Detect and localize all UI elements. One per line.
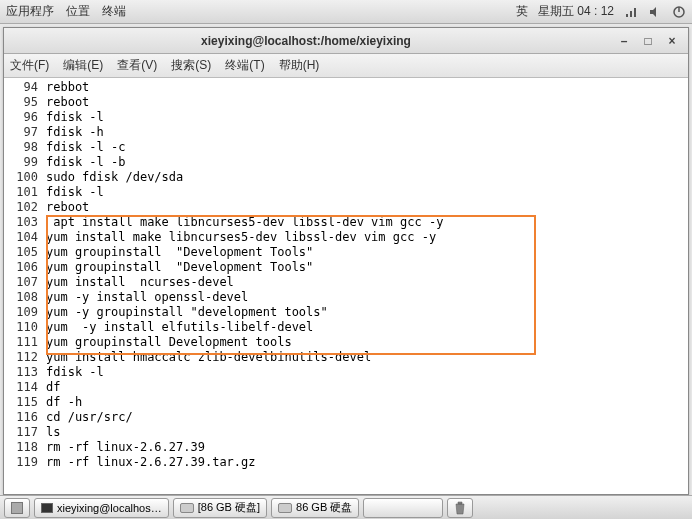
history-line: 109yum -y groupinstall "development tool… bbox=[4, 305, 688, 320]
menu-edit[interactable]: 编辑(E) bbox=[63, 57, 103, 74]
apps-menu[interactable]: 应用程序 bbox=[6, 3, 54, 20]
history-line: 108yum -y install openssl-devel bbox=[4, 290, 688, 305]
places-menu[interactable]: 位置 bbox=[66, 3, 90, 20]
taskbar: xieyixing@localhos… [86 GB 硬盘] 86 GB 硬盘 bbox=[0, 495, 692, 519]
line-text: fdisk -h bbox=[46, 125, 104, 139]
ime-indicator[interactable]: 英 bbox=[516, 3, 528, 20]
menu-terminal[interactable]: 终端(T) bbox=[225, 57, 264, 74]
svg-rect-1 bbox=[630, 11, 632, 17]
line-text: yum -y install openssl-devel bbox=[46, 290, 248, 304]
line-text: sudo fdisk /dev/sda bbox=[46, 170, 183, 184]
line-number: 98 bbox=[4, 140, 46, 155]
line-text: df -h bbox=[46, 395, 82, 409]
task-disk2[interactable]: 86 GB 硬盘 bbox=[271, 498, 359, 518]
history-line: 96fdisk -l bbox=[4, 110, 688, 125]
line-text: fdisk -l -b bbox=[46, 155, 125, 169]
line-number: 116 bbox=[4, 410, 46, 425]
workspace-switcher[interactable] bbox=[363, 498, 443, 518]
line-text: rebbot bbox=[46, 80, 89, 94]
trash-icon bbox=[454, 501, 466, 515]
line-number: 99 bbox=[4, 155, 46, 170]
history-line: 97fdisk -h bbox=[4, 125, 688, 140]
menu-search[interactable]: 搜索(S) bbox=[171, 57, 211, 74]
task-disk1[interactable]: [86 GB 硬盘] bbox=[173, 498, 267, 518]
power-icon[interactable] bbox=[672, 5, 686, 19]
maximize-button[interactable]: □ bbox=[642, 35, 654, 47]
line-text: yum -y install elfutils-libelf-devel bbox=[46, 320, 313, 334]
disk-icon bbox=[278, 503, 292, 513]
line-number: 101 bbox=[4, 185, 46, 200]
history-line: 104yum install make libncurses5-dev libs… bbox=[4, 230, 688, 245]
clock[interactable]: 星期五 04 : 12 bbox=[538, 3, 614, 20]
line-text: rm -rf linux-2.6.27.39 bbox=[46, 440, 205, 454]
history-line: 112yum install hmaccalc zlib-develbinuti… bbox=[4, 350, 688, 365]
history-line: 114df bbox=[4, 380, 688, 395]
line-text: fdisk -l -c bbox=[46, 140, 125, 154]
history-line: 105yum groupinstall "Development Tools" bbox=[4, 245, 688, 260]
line-text: reboot bbox=[46, 95, 89, 109]
line-number: 95 bbox=[4, 95, 46, 110]
history-line: 94rebbot bbox=[4, 80, 688, 95]
line-text: ls bbox=[46, 425, 60, 439]
line-number: 109 bbox=[4, 305, 46, 320]
trash-button[interactable] bbox=[447, 498, 473, 518]
terminal-menu[interactable]: 终端 bbox=[102, 3, 126, 20]
line-number: 102 bbox=[4, 200, 46, 215]
show-desktop-button[interactable] bbox=[4, 498, 30, 518]
line-number: 94 bbox=[4, 80, 46, 95]
titlebar[interactable]: xieyixing@localhost:/home/xieyixing – □ … bbox=[4, 28, 688, 54]
line-text: fdisk -l bbox=[46, 110, 104, 124]
line-number: 107 bbox=[4, 275, 46, 290]
history-line: 95reboot bbox=[4, 95, 688, 110]
line-number: 111 bbox=[4, 335, 46, 350]
minimize-button[interactable]: – bbox=[618, 35, 630, 47]
line-number: 104 bbox=[4, 230, 46, 245]
line-text: yum install make libncurses5-dev libssl-… bbox=[46, 230, 436, 244]
history-line: 115df -h bbox=[4, 395, 688, 410]
line-number: 96 bbox=[4, 110, 46, 125]
history-line: 119rm -rf linux-2.6.27.39.tar.gz bbox=[4, 455, 688, 470]
line-number: 106 bbox=[4, 260, 46, 275]
history-line: 118rm -rf linux-2.6.27.39 bbox=[4, 440, 688, 455]
menubar: 文件(F) 编辑(E) 查看(V) 搜索(S) 终端(T) 帮助(H) bbox=[4, 54, 688, 78]
history-line: 113fdisk -l bbox=[4, 365, 688, 380]
svg-rect-2 bbox=[634, 8, 636, 17]
line-number: 112 bbox=[4, 350, 46, 365]
line-number: 108 bbox=[4, 290, 46, 305]
history-line: 111yum groupinstall Development tools bbox=[4, 335, 688, 350]
svg-rect-0 bbox=[626, 14, 628, 17]
history-line: 116cd /usr/src/ bbox=[4, 410, 688, 425]
menu-view[interactable]: 查看(V) bbox=[117, 57, 157, 74]
task-terminal[interactable]: xieyixing@localhos… bbox=[34, 498, 169, 518]
line-text: yum -y groupinstall "development tools" bbox=[46, 305, 328, 319]
cube-icon bbox=[11, 502, 23, 514]
line-number: 100 bbox=[4, 170, 46, 185]
disk-icon bbox=[180, 503, 194, 513]
history-line: 103 apt install make libncurses5-dev lib… bbox=[4, 215, 688, 230]
line-text: yum install hmaccalc zlib-develbinutils-… bbox=[46, 350, 371, 364]
network-icon[interactable] bbox=[624, 5, 638, 19]
line-text: reboot bbox=[46, 200, 89, 214]
history-line: 100sudo fdisk /dev/sda bbox=[4, 170, 688, 185]
history-line: 101fdisk -l bbox=[4, 185, 688, 200]
line-number: 118 bbox=[4, 440, 46, 455]
line-number: 110 bbox=[4, 320, 46, 335]
line-text: yum groupinstall Development tools bbox=[46, 335, 292, 349]
line-text: yum groupinstall "Development Tools" bbox=[46, 260, 313, 274]
terminal-window: xieyixing@localhost:/home/xieyixing – □ … bbox=[3, 27, 689, 495]
line-text: yum groupinstall "Development Tools" bbox=[46, 245, 313, 259]
line-number: 117 bbox=[4, 425, 46, 440]
menu-help[interactable]: 帮助(H) bbox=[279, 57, 320, 74]
line-text: yum install ncurses-devel bbox=[46, 275, 234, 289]
line-number: 115 bbox=[4, 395, 46, 410]
menu-file[interactable]: 文件(F) bbox=[10, 57, 49, 74]
window-title: xieyixing@localhost:/home/xieyixing bbox=[4, 34, 608, 48]
line-number: 114 bbox=[4, 380, 46, 395]
line-text: df bbox=[46, 380, 60, 394]
line-text: fdisk -l bbox=[46, 185, 104, 199]
volume-icon[interactable] bbox=[648, 5, 662, 19]
terminal-content[interactable]: 94rebbot95reboot96fdisk -l97fdisk -h98fd… bbox=[4, 78, 688, 494]
history-line: 110yum -y install elfutils-libelf-devel bbox=[4, 320, 688, 335]
close-button[interactable]: × bbox=[666, 35, 678, 47]
line-number: 97 bbox=[4, 125, 46, 140]
